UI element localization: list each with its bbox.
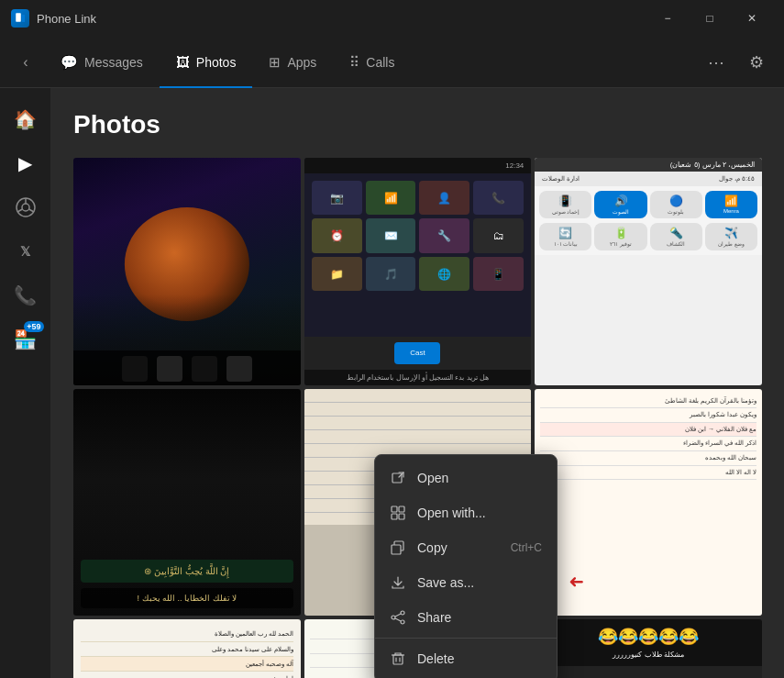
tab-calls-label: Calls: [366, 55, 394, 70]
photo-item-2[interactable]: 12:34 📷 📶 👤 📞 ⏰ ✉️ 🔧 🗂 📁 🎵 🌐 📱: [304, 158, 532, 385]
photo-item-9[interactable]: 😂😂😂😂😂 مشكلة طلاب كنيوررررر 👨: [535, 619, 762, 678]
svg-rect-14: [392, 545, 401, 554]
sidebar-icon-phone[interactable]: 📞: [6, 275, 46, 316]
svg-rect-20: [393, 655, 403, 664]
nav-tabs: 💬 Messages 🖼 Photos ⊞ Apps ⠿ Calls: [44, 37, 696, 88]
svg-rect-1: [22, 15, 25, 22]
svg-rect-10: [399, 506, 404, 512]
title-bar-controls: − □ ✕: [646, 4, 773, 33]
title-bar: Phone Link − □ ✕: [0, 0, 784, 37]
open-icon: [390, 470, 406, 486]
tab-messages-label: Messages: [84, 55, 143, 70]
delete-label: Delete: [417, 651, 454, 666]
svg-point-16: [392, 616, 395, 619]
svg-point-17: [401, 620, 404, 624]
open-label: Open: [417, 471, 448, 485]
maximize-button[interactable]: □: [689, 4, 731, 33]
app-icon: [11, 9, 29, 28]
photo-item-3[interactable]: الخميس، ٢ مارس (٥ شعبان) ٥:٤٥ م، جوال اد…: [535, 158, 762, 385]
svg-rect-0: [16, 13, 21, 22]
context-menu-share[interactable]: Share: [375, 600, 557, 635]
photo-item-1[interactable]: [73, 158, 301, 385]
tab-apps[interactable]: ⊞ Apps: [252, 37, 333, 88]
title-bar-left: Phone Link: [11, 9, 96, 28]
svg-rect-12: [399, 514, 404, 519]
tab-calls[interactable]: ⠿ Calls: [333, 37, 411, 88]
context-menu-open-with[interactable]: Open with...: [375, 495, 557, 530]
open-with-icon: [390, 505, 406, 521]
messages-icon: 💬: [61, 54, 78, 71]
photo-item-7[interactable]: الحمد لله رب العالمين والصلاة والسلام عل…: [73, 619, 301, 678]
svg-line-19: [395, 618, 401, 621]
nav-back-button[interactable]: ‹: [11, 48, 40, 77]
context-menu: Open Open with... Copy Ctrl+C: [374, 454, 558, 678]
svg-line-5: [28, 209, 33, 212]
sidebar-icon-chrome[interactable]: [6, 187, 46, 228]
calls-icon: ⠿: [349, 54, 359, 71]
context-menu-open[interactable]: Open: [375, 461, 557, 495]
save-as-icon: [390, 574, 406, 591]
close-button[interactable]: ✕: [731, 4, 773, 33]
context-menu-copy[interactable]: Copy Ctrl+C: [375, 530, 557, 565]
svg-rect-9: [392, 506, 397, 512]
svg-line-18: [395, 614, 401, 617]
context-menu-delete[interactable]: Delete: [375, 641, 557, 676]
svg-point-3: [22, 204, 29, 211]
copy-icon: [390, 539, 406, 556]
copy-label: Copy: [417, 540, 447, 555]
delete-icon: [390, 650, 406, 667]
more-options-button[interactable]: ⋯: [700, 46, 733, 79]
tab-messages[interactable]: 💬 Messages: [44, 37, 160, 88]
app-title: Phone Link: [37, 12, 96, 26]
share-icon: [390, 609, 406, 626]
apps-icon: ⊞: [269, 54, 281, 71]
photos-icon: 🖼: [176, 54, 190, 70]
svg-rect-7: [392, 473, 402, 483]
context-menu-separator: [375, 638, 557, 639]
open-with-label: Open with...: [417, 506, 486, 520]
page-title: Photos: [73, 110, 762, 139]
svg-point-15: [401, 611, 404, 615]
tab-photos-label: Photos: [196, 55, 237, 70]
minimize-button[interactable]: −: [646, 4, 689, 33]
nav-bar: ‹ 💬 Messages 🖼 Photos ⊞ Apps ⠿ Calls ⋯ ⚙: [0, 37, 784, 88]
copy-shortcut: Ctrl+C: [511, 541, 542, 554]
svg-rect-11: [392, 514, 397, 519]
sidebar-icon-play[interactable]: ▶: [6, 143, 46, 183]
sidebar-icon-store[interactable]: 🏪: [6, 319, 46, 360]
photo-item-4[interactable]: إِنَّ اللَّهَ يُحِبُّ التَّوَّابِينَ ⊛ ل…: [73, 389, 301, 617]
sidebar: 🏠 ▶ 𝕏 📞 🏪: [0, 88, 51, 678]
photo-3-date: الخميس، ٢ مارس (٥ شعبان): [535, 158, 762, 172]
nav-right: ⋯ ⚙: [700, 46, 773, 79]
tab-photos[interactable]: 🖼 Photos: [160, 37, 253, 88]
sidebar-icon-home[interactable]: 🏠: [6, 99, 46, 139]
share-label: Share: [417, 610, 451, 625]
settings-button[interactable]: ⚙: [740, 46, 773, 79]
sidebar-icon-twitter[interactable]: 𝕏: [6, 231, 46, 272]
tab-apps-label: Apps: [287, 55, 316, 70]
context-menu-save-as[interactable]: Save as... ➜: [375, 565, 557, 600]
arrow-indicator: ➜: [569, 572, 584, 594]
save-as-label: Save as...: [417, 575, 474, 590]
svg-line-6: [17, 209, 22, 212]
